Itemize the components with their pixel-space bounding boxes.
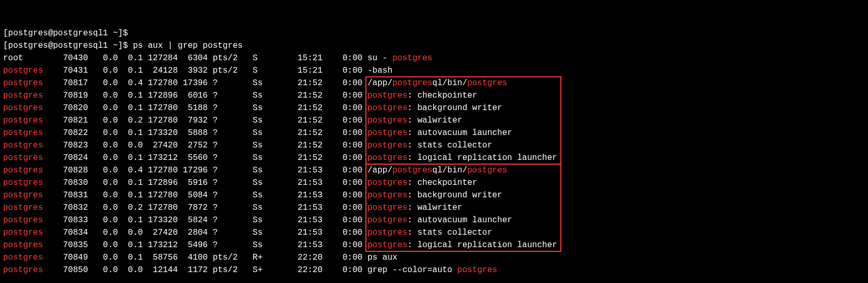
ps-row: postgres 70821 0.0 0.2 172780 7932 ? Ss … xyxy=(3,114,865,127)
col-time: 0:00 xyxy=(323,78,363,88)
ps-row: postgres 70824 0.0 0.1 173212 5560 ? Ss … xyxy=(3,152,865,164)
col-mem: 0.1 xyxy=(118,66,143,75)
col-cpu: 0.0 xyxy=(88,228,118,237)
cmd-text: : autovacuum launcher xyxy=(407,215,512,225)
col-vsz: 27420 xyxy=(143,141,178,150)
ps-row: postgres 70820 0.0 0.1 172780 5188 ? Ss … xyxy=(3,102,865,114)
col-pid: 70823 xyxy=(48,141,88,150)
col-pid: 70819 xyxy=(48,91,88,100)
col-mem: 0.1 xyxy=(118,103,143,113)
col-mem: 0.1 xyxy=(118,128,143,138)
col-pid: 70830 xyxy=(48,178,88,187)
col-rss: 5496 xyxy=(178,240,208,250)
col-stat: Ss xyxy=(253,178,278,187)
col-command: ps aux xyxy=(367,253,398,262)
col-time: 0:00 xyxy=(323,191,363,200)
cmd-highlight: postgres xyxy=(367,103,407,113)
col-user: postgres xyxy=(3,228,48,237)
col-command: postgres: background writer xyxy=(367,103,502,113)
ps-row: postgres 70850 0.0 0.0 12144 1172 pts/2 … xyxy=(3,264,865,276)
col-user: postgres xyxy=(3,253,48,262)
col-start: 21:53 xyxy=(278,240,322,250)
cmd-text: : walwriter xyxy=(407,116,463,125)
col-pid: 70431 xyxy=(48,66,88,75)
col-vsz: 173320 xyxy=(143,215,178,225)
col-mem: 0.1 xyxy=(118,178,143,187)
col-tty: pts/2 xyxy=(208,265,253,275)
col-pid: 70850 xyxy=(48,265,88,275)
col-time: 0:00 xyxy=(323,53,363,63)
col-time: 0:00 xyxy=(323,141,363,150)
col-user: postgres xyxy=(3,166,48,175)
col-user: postgres xyxy=(3,265,48,275)
col-time: 0:00 xyxy=(323,103,363,113)
col-time: 0:00 xyxy=(323,215,363,225)
cmd-highlight: postgres xyxy=(457,265,497,275)
col-user: postgres xyxy=(3,178,48,187)
col-sep xyxy=(362,178,367,187)
cmd-text: : checkpointer xyxy=(407,91,477,100)
col-cpu: 0.0 xyxy=(88,116,118,125)
cmd-text: : stats collector xyxy=(407,141,492,150)
col-tty: ? xyxy=(208,240,253,250)
prompt-line[interactable]: [postgres@postgresql1 ~]$ xyxy=(3,27,865,39)
ps-row: root 70430 0.0 0.1 127284 6304 pts/2 S 1… xyxy=(3,52,865,64)
col-pid: 70822 xyxy=(48,128,88,138)
col-sep xyxy=(362,166,367,175)
col-sep xyxy=(362,91,367,100)
cmd-text: : logical replication launcher xyxy=(407,240,557,250)
col-mem: 0.1 xyxy=(118,91,143,100)
col-mem: 0.1 xyxy=(118,215,143,225)
cmd-text: : background writer xyxy=(407,191,502,200)
col-stat: Ss xyxy=(253,228,278,237)
col-cpu: 0.0 xyxy=(88,91,118,100)
col-vsz: 24128 xyxy=(143,66,178,75)
col-vsz: 172780 xyxy=(143,78,178,88)
col-user: postgres xyxy=(3,66,48,75)
col-command: postgres: logical replication launcher xyxy=(367,240,557,250)
cmd-text: -bash xyxy=(367,66,392,75)
col-rss: 5084 xyxy=(178,191,208,200)
cmd-text: : background writer xyxy=(407,103,502,113)
col-sep xyxy=(362,228,367,237)
col-tty: ? xyxy=(208,141,253,150)
col-rss: 3932 xyxy=(178,66,208,75)
cmd-highlight: postgres xyxy=(467,78,507,88)
cmd-highlight: postgres xyxy=(367,240,407,250)
col-cpu: 0.0 xyxy=(88,191,118,200)
col-sep xyxy=(362,128,367,138)
cmd-text: /app/ xyxy=(367,78,392,88)
cmd-highlight: postgres xyxy=(367,215,407,225)
col-vsz: 58756 xyxy=(143,253,178,262)
col-time: 0:00 xyxy=(323,265,363,275)
prompt-line[interactable]: [postgres@postgresql1 ~]$ ps aux | grep … xyxy=(3,39,865,52)
col-cpu: 0.0 xyxy=(88,53,118,63)
ps-row: postgres 70823 0.0 0.0 27420 2752 ? Ss 2… xyxy=(3,139,865,152)
col-sep xyxy=(362,191,367,200)
col-mem: 0.4 xyxy=(118,78,143,88)
col-tty: pts/2 xyxy=(208,66,253,75)
col-start: 21:52 xyxy=(278,116,322,125)
cmd-text: ps aux xyxy=(367,253,398,262)
cmd-text: grep --color=auto xyxy=(367,265,457,275)
col-start: 21:52 xyxy=(278,141,322,150)
col-tty: ? xyxy=(208,78,253,88)
ps-row: postgres 70828 0.0 0.4 172780 17296 ? Ss… xyxy=(3,164,865,177)
col-tty: ? xyxy=(208,91,253,100)
col-command: postgres: stats collector xyxy=(367,141,492,150)
col-start: 15:21 xyxy=(278,66,322,75)
col-sep xyxy=(362,265,367,275)
col-command: postgres: checkpointer xyxy=(367,178,477,187)
col-mem: 0.0 xyxy=(118,265,143,275)
col-stat: Ss xyxy=(253,191,278,200)
shell-command[interactable]: ps aux | grep postgres xyxy=(133,41,243,50)
col-cpu: 0.0 xyxy=(88,66,118,75)
col-mem: 0.1 xyxy=(118,253,143,262)
col-stat: Ss xyxy=(253,240,278,250)
col-vsz: 172780 xyxy=(143,191,178,200)
col-rss: 1172 xyxy=(178,265,208,275)
col-start: 21:52 xyxy=(278,128,322,138)
cmd-highlight: postgres xyxy=(367,178,407,187)
col-user: postgres xyxy=(3,91,48,100)
shell-prompt: [postgres@postgresql1 ~]$ xyxy=(3,41,133,50)
